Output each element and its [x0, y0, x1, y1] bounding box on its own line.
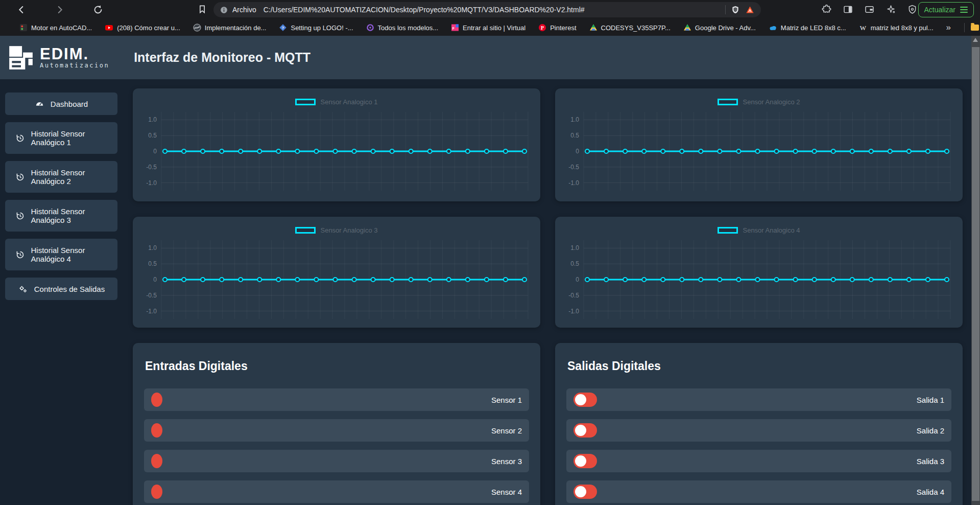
virtual-site-favicon: F: [451, 24, 459, 32]
leo-ai-button[interactable]: [884, 3, 897, 16]
sidebar-item-historial-2[interactable]: Historial Sensor Analógico 2: [5, 161, 117, 193]
bookmark-item[interactable]: Todos los modelos...: [366, 24, 439, 32]
scrollbar-up-arrow[interactable]: [973, 38, 978, 42]
divider: [725, 5, 726, 14]
page-scrollbar: [971, 36, 980, 505]
output-row-salida-4: Salida 4: [566, 480, 951, 503]
history-icon: [15, 250, 25, 260]
chart-legend[interactable]: Sensor Analogico 3: [141, 223, 532, 237]
url-scheme-label: Archivo: [232, 6, 256, 14]
toggle-knob: [575, 486, 586, 497]
privacy-shield-button[interactable]: [905, 3, 919, 16]
brave-lion-icon[interactable]: [745, 5, 755, 15]
bookmark-item[interactable]: P Pinterest: [538, 24, 576, 32]
svg-text:-1.0: -1.0: [146, 179, 157, 187]
legend-label: Sensor Analogico 2: [743, 98, 800, 106]
analog-chart-card-4: Sensor Analogico 4 1.00.50-0.5-1.0: [555, 217, 963, 328]
address-bar[interactable]: Archivo C:/Users/EDIM%20AUTOMATIZACION/D…: [213, 2, 761, 17]
bookmark-flag-button[interactable]: [197, 3, 207, 15]
menu-hamburger-icon: [960, 5, 968, 14]
url-text[interactable]: C:/Users/EDIM%20AUTOMATIZACION/Desktop/P…: [264, 6, 725, 14]
extensions-button[interactable]: [820, 3, 833, 16]
svg-text:-1.0: -1.0: [568, 179, 579, 187]
legend-label: Sensor Analogico 1: [320, 98, 377, 106]
bookmark-item[interactable]: Motor en AutoCAD...: [19, 24, 92, 32]
toggle-switch[interactable]: [573, 454, 597, 468]
brand-logo: EDIM. Automatizacion: [7, 45, 109, 71]
svg-text:?: ?: [282, 26, 284, 30]
update-button[interactable]: Actualizar: [918, 2, 974, 17]
bookmark-item[interactable]: F Entrar al sitio | Virtual: [451, 24, 525, 32]
sidebar-item-historial-3[interactable]: Historial Sensor Analógico 3: [5, 200, 117, 232]
logo-question-favicon: ?: [279, 24, 287, 32]
scrollbar-thumb[interactable]: [972, 47, 979, 501]
app-header: EDIM. Automatizacion Interfaz de Monitor…: [0, 36, 980, 79]
info-icon[interactable]: [220, 6, 228, 14]
status-lamp-icon: [151, 485, 162, 499]
analog-chart-canvas-1: 1.00.50-0.5-1.0: [141, 109, 532, 196]
bookmark-item[interactable]: (208) Cómo crear u...: [105, 24, 180, 32]
bookmark-item[interactable]: Matriz de LED 8x8 c...: [769, 24, 846, 32]
toggle-switch[interactable]: [573, 393, 597, 407]
legend-swatch: [295, 227, 316, 234]
svg-text:0: 0: [576, 276, 579, 283]
sidebar-toggle-button[interactable]: [841, 3, 854, 16]
toggle-switch[interactable]: [573, 423, 597, 438]
autocad-favicon: [19, 24, 28, 32]
legend-swatch: [718, 99, 738, 105]
sidebar: Dashboard Historial Sensor Analógico 1 H…: [5, 93, 117, 307]
brave-shield-icon[interactable]: [731, 5, 740, 15]
chart-legend[interactable]: Sensor Analogico 1: [141, 95, 532, 109]
wallet-button[interactable]: [863, 3, 876, 16]
sidebar-item-historial-1[interactable]: Historial Sensor Analógico 1: [5, 122, 117, 154]
input-row-sensor-3: Sensor 3: [144, 450, 529, 472]
bookmark-flag-icon: [197, 3, 207, 15]
svg-text:-0.5: -0.5: [146, 292, 157, 299]
sidebar-item-dashboard[interactable]: Dashboard: [5, 93, 117, 115]
bookmark-item[interactable]: Implementación de...: [193, 24, 267, 32]
toggle-switch[interactable]: [573, 485, 597, 499]
svg-text:0: 0: [576, 148, 579, 155]
bookmark-item[interactable]: CODESYS_V35SP7P...: [589, 24, 671, 32]
legend-label: Sensor Analogico 3: [320, 226, 377, 234]
svg-text:0: 0: [153, 276, 157, 283]
sidebar-item-controles[interactable]: Controles de Salidas: [5, 278, 117, 300]
bookmarks-overflow-chevron[interactable]: »: [946, 22, 951, 33]
history-icon: [15, 172, 25, 182]
sidebar-item-historial-4[interactable]: Historial Sensor Analógico 4: [5, 239, 117, 270]
drive-favicon: [683, 24, 691, 32]
svg-text:-1.0: -1.0: [146, 308, 157, 315]
forward-button[interactable]: [53, 3, 67, 17]
back-button[interactable]: [14, 3, 29, 17]
sparkle-icon: [886, 4, 896, 15]
status-lamp-icon: [151, 423, 162, 438]
svg-text:-0.5: -0.5: [568, 164, 579, 171]
chart-legend[interactable]: Sensor Analogico 4: [563, 223, 954, 237]
svg-text:F: F: [452, 27, 455, 30]
wallet-card-icon: [864, 4, 875, 15]
history-icon: [15, 211, 25, 221]
divider: [964, 23, 965, 32]
svg-text:1.0: 1.0: [570, 116, 579, 123]
toggle-knob: [575, 455, 586, 467]
wikipedia-favicon: W: [859, 24, 867, 32]
brand-name: EDIM.: [40, 47, 109, 62]
analog-chart-canvas-4: 1.00.50-0.5-1.0: [563, 237, 954, 324]
purple-ring-favicon: [366, 24, 374, 32]
folder-icon: [971, 25, 979, 31]
bookmark-item[interactable]: ? Setting up LOGO! -...: [279, 24, 353, 32]
status-lamp-icon: [151, 393, 162, 407]
extensions-puzzle-icon: [821, 4, 832, 15]
svg-text:0.5: 0.5: [148, 260, 157, 267]
legend-label: Sensor Analogico 4: [743, 226, 800, 234]
toggle-knob: [575, 425, 586, 436]
chart-legend[interactable]: Sensor Analogico 2: [563, 95, 954, 109]
digital-outputs-title: Salidas Digitales: [567, 359, 951, 373]
digital-inputs-title: Entradas Digitales: [145, 359, 529, 373]
brand-subtitle: Automatizacion: [40, 62, 109, 69]
bookmark-item[interactable]: Google Drive - Adv...: [683, 24, 756, 32]
bookmark-item[interactable]: W matriz led 8x8 y pul...: [859, 24, 934, 32]
reload-button[interactable]: [91, 3, 105, 17]
all-favorites-button[interactable]: Todos los favoritos: [971, 24, 980, 32]
analog-chart-canvas-2: 1.00.50-0.5-1.0: [563, 109, 954, 196]
